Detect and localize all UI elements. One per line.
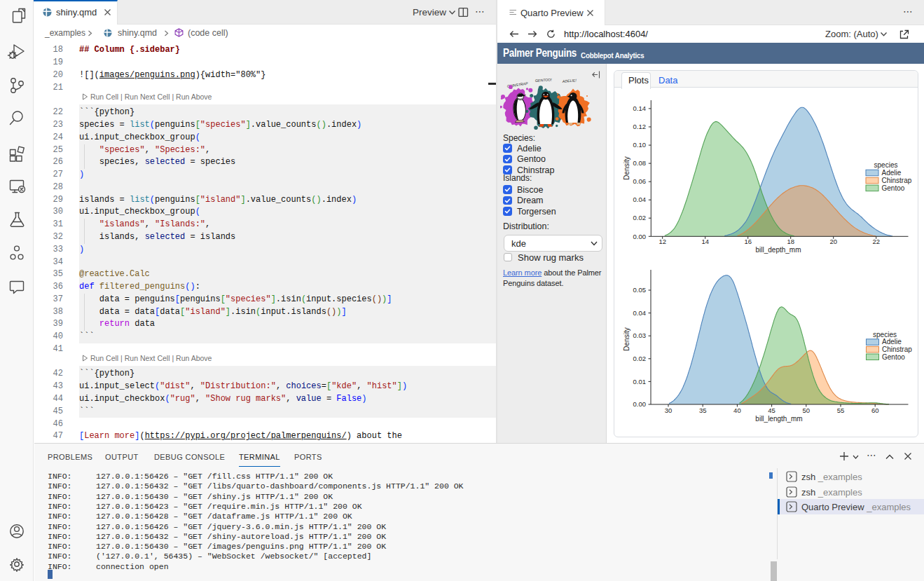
svg-text:Chinstrap: Chinstrap: [882, 346, 912, 353]
svg-text:20: 20: [829, 238, 837, 245]
svg-text:bill_depth_mm: bill_depth_mm: [755, 246, 801, 254]
svg-text:0.04: 0.04: [633, 196, 647, 203]
svg-text:Chinstrap: Chinstrap: [882, 177, 912, 184]
svg-text:18: 18: [787, 238, 794, 245]
svg-text:Gentoo: Gentoo: [882, 353, 905, 361]
svg-text:30: 30: [665, 406, 673, 414]
svg-text:0.05: 0.05: [633, 286, 647, 294]
svg-text:Adelie: Adelie: [882, 169, 902, 177]
svg-text:0.04: 0.04: [633, 309, 647, 317]
svg-text:45: 45: [768, 406, 775, 414]
svg-text:Adelie: Adelie: [882, 338, 902, 346]
svg-text:Gentoo: Gentoo: [882, 184, 905, 192]
svg-text:50: 50: [803, 406, 811, 414]
svg-text:0.14: 0.14: [633, 104, 647, 112]
svg-text:0.02: 0.02: [633, 355, 647, 362]
svg-text:35: 35: [699, 406, 707, 414]
svg-text:0.00: 0.00: [633, 400, 647, 408]
svg-text:14: 14: [701, 238, 709, 245]
svg-text:bill_length_mm: bill_length_mm: [755, 415, 802, 423]
svg-text:22: 22: [872, 238, 880, 245]
svg-text:0.02: 0.02: [633, 214, 647, 221]
svg-text:Density: Density: [623, 156, 630, 179]
svg-text:40: 40: [733, 406, 741, 414]
svg-text:0.10: 0.10: [633, 141, 647, 149]
svg-text:12: 12: [658, 238, 666, 245]
svg-text:0.03: 0.03: [633, 331, 647, 339]
svg-text:0.12: 0.12: [633, 123, 647, 130]
svg-text:species: species: [873, 331, 897, 339]
svg-text:60: 60: [871, 406, 879, 414]
svg-text:species: species: [874, 161, 898, 169]
svg-text:0.06: 0.06: [633, 177, 647, 185]
svg-text:55: 55: [837, 406, 845, 414]
svg-text:0.00: 0.00: [633, 233, 647, 240]
svg-text:0.01: 0.01: [633, 378, 647, 385]
svg-text:16: 16: [744, 238, 752, 245]
svg-text:Density: Density: [623, 327, 630, 350]
svg-text:0.08: 0.08: [633, 159, 647, 167]
